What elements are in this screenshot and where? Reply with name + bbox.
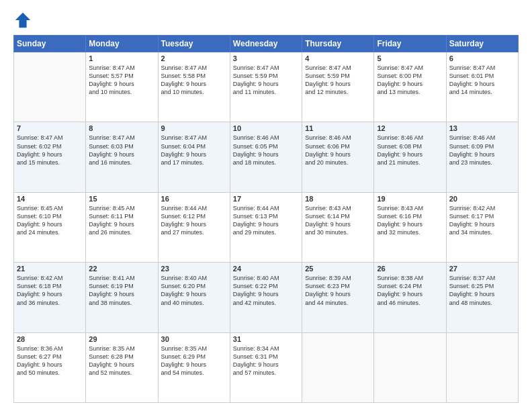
day-number: 17: [233, 195, 299, 203]
day-info: Sunrise: 8:38 AM Sunset: 6:24 PM Dayligh…: [377, 274, 443, 307]
calendar-cell: 27Sunrise: 8:37 AM Sunset: 6:25 PM Dayli…: [446, 263, 518, 332]
day-number: 21: [17, 265, 83, 273]
day-number: 25: [305, 265, 371, 273]
day-info: Sunrise: 8:34 AM Sunset: 6:31 PM Dayligh…: [233, 345, 299, 377]
calendar-week-row: 28Sunrise: 8:36 AM Sunset: 6:27 PM Dayli…: [14, 332, 519, 402]
calendar-cell: 20Sunrise: 8:42 AM Sunset: 6:17 PM Dayli…: [446, 192, 518, 262]
day-number: 3: [233, 54, 299, 62]
day-info: Sunrise: 8:43 AM Sunset: 6:14 PM Dayligh…: [305, 204, 371, 237]
day-number: 31: [233, 335, 299, 343]
day-number: 9: [161, 124, 227, 132]
day-info: Sunrise: 8:37 AM Sunset: 6:25 PM Dayligh…: [449, 274, 515, 307]
day-info: Sunrise: 8:47 AM Sunset: 5:57 PM Dayligh…: [89, 64, 154, 97]
calendar-cell: 16Sunrise: 8:44 AM Sunset: 6:12 PM Dayli…: [158, 192, 230, 262]
calendar-cell: 1Sunrise: 8:47 AM Sunset: 5:57 PM Daylig…: [86, 52, 158, 122]
day-number: 13: [449, 124, 515, 132]
day-info: Sunrise: 8:43 AM Sunset: 6:16 PM Dayligh…: [377, 204, 443, 237]
day-number: 24: [233, 265, 299, 273]
calendar-cell: 3Sunrise: 8:47 AM Sunset: 5:59 PM Daylig…: [230, 52, 302, 122]
calendar-cell: 2Sunrise: 8:47 AM Sunset: 5:58 PM Daylig…: [158, 52, 230, 122]
day-info: Sunrise: 8:47 AM Sunset: 6:03 PM Dayligh…: [89, 134, 154, 167]
calendar-cell: 14Sunrise: 8:45 AM Sunset: 6:10 PM Dayli…: [14, 192, 86, 262]
day-number: 23: [161, 265, 227, 273]
calendar-cell: 13Sunrise: 8:46 AM Sunset: 6:09 PM Dayli…: [446, 122, 518, 192]
calendar-cell: 22Sunrise: 8:41 AM Sunset: 6:19 PM Dayli…: [86, 263, 158, 332]
calendar-cell: 28Sunrise: 8:36 AM Sunset: 6:27 PM Dayli…: [14, 332, 86, 402]
calendar-week-row: 7Sunrise: 8:47 AM Sunset: 6:02 PM Daylig…: [14, 122, 519, 192]
day-number: 29: [89, 335, 154, 343]
day-number: 10: [233, 124, 299, 132]
calendar-cell: 21Sunrise: 8:42 AM Sunset: 6:18 PM Dayli…: [14, 263, 86, 332]
day-info: Sunrise: 8:47 AM Sunset: 5:59 PM Dayligh…: [305, 64, 371, 97]
calendar-table: SundayMondayTuesdayWednesdayThursdayFrid…: [13, 35, 519, 403]
day-number: 26: [377, 265, 443, 273]
day-number: 28: [17, 335, 83, 343]
calendar-cell: 18Sunrise: 8:43 AM Sunset: 6:14 PM Dayli…: [302, 192, 374, 262]
day-number: 18: [305, 195, 371, 203]
calendar-cell: [446, 332, 518, 402]
day-info: Sunrise: 8:35 AM Sunset: 6:29 PM Dayligh…: [161, 345, 227, 377]
day-info: Sunrise: 8:44 AM Sunset: 6:12 PM Dayligh…: [161, 204, 227, 237]
day-number: 22: [89, 265, 154, 273]
weekday-header-wednesday: Wednesday: [230, 36, 302, 52]
day-info: Sunrise: 8:45 AM Sunset: 6:10 PM Dayligh…: [17, 204, 83, 237]
day-info: Sunrise: 8:40 AM Sunset: 6:20 PM Dayligh…: [161, 274, 227, 307]
day-number: 6: [449, 54, 515, 62]
day-info: Sunrise: 8:41 AM Sunset: 6:19 PM Dayligh…: [89, 274, 154, 307]
day-info: Sunrise: 8:46 AM Sunset: 6:09 PM Dayligh…: [449, 134, 515, 167]
logo-icon: [13, 11, 32, 30]
day-number: 27: [449, 265, 515, 273]
day-number: 2: [161, 54, 227, 62]
day-number: 8: [89, 124, 154, 132]
day-number: 15: [89, 195, 154, 203]
calendar-cell: 4Sunrise: 8:47 AM Sunset: 5:59 PM Daylig…: [302, 52, 374, 122]
calendar-cell: 10Sunrise: 8:46 AM Sunset: 6:05 PM Dayli…: [230, 122, 302, 192]
calendar-cell: [14, 52, 86, 122]
calendar-cell: 5Sunrise: 8:47 AM Sunset: 6:00 PM Daylig…: [374, 52, 446, 122]
calendar-week-row: 14Sunrise: 8:45 AM Sunset: 6:10 PM Dayli…: [14, 192, 519, 262]
day-info: Sunrise: 8:46 AM Sunset: 6:05 PM Dayligh…: [233, 134, 299, 167]
calendar-cell: 23Sunrise: 8:40 AM Sunset: 6:20 PM Dayli…: [158, 263, 230, 332]
calendar-cell: 9Sunrise: 8:47 AM Sunset: 6:04 PM Daylig…: [158, 122, 230, 192]
weekday-header-friday: Friday: [374, 36, 446, 52]
calendar-week-row: 1Sunrise: 8:47 AM Sunset: 5:57 PM Daylig…: [14, 52, 519, 122]
weekday-header-thursday: Thursday: [302, 36, 374, 52]
day-info: Sunrise: 8:47 AM Sunset: 5:59 PM Dayligh…: [233, 64, 299, 97]
day-number: 14: [17, 195, 83, 203]
day-number: 19: [377, 195, 443, 203]
day-info: Sunrise: 8:47 AM Sunset: 6:01 PM Dayligh…: [449, 64, 515, 97]
day-number: 30: [161, 335, 227, 343]
calendar-cell: 19Sunrise: 8:43 AM Sunset: 6:16 PM Dayli…: [374, 192, 446, 262]
day-info: Sunrise: 8:47 AM Sunset: 6:00 PM Dayligh…: [377, 64, 443, 97]
page-header: [13, 11, 519, 30]
calendar-cell: [374, 332, 446, 402]
calendar-cell: 25Sunrise: 8:39 AM Sunset: 6:23 PM Dayli…: [302, 263, 374, 332]
day-number: 7: [17, 124, 83, 132]
day-number: 20: [449, 195, 515, 203]
day-info: Sunrise: 8:39 AM Sunset: 6:23 PM Dayligh…: [305, 274, 371, 307]
day-info: Sunrise: 8:45 AM Sunset: 6:11 PM Dayligh…: [89, 204, 154, 237]
day-info: Sunrise: 8:44 AM Sunset: 6:13 PM Dayligh…: [233, 204, 299, 237]
day-number: 1: [89, 54, 154, 62]
weekday-header-sunday: Sunday: [14, 36, 86, 52]
weekday-header-tuesday: Tuesday: [158, 36, 230, 52]
day-info: Sunrise: 8:46 AM Sunset: 6:06 PM Dayligh…: [305, 134, 371, 167]
calendar-cell: 8Sunrise: 8:47 AM Sunset: 6:03 PM Daylig…: [86, 122, 158, 192]
day-info: Sunrise: 8:36 AM Sunset: 6:27 PM Dayligh…: [17, 345, 83, 377]
day-number: 4: [305, 54, 371, 62]
day-info: Sunrise: 8:42 AM Sunset: 6:17 PM Dayligh…: [449, 204, 515, 237]
logo: [13, 11, 35, 30]
calendar-cell: [302, 332, 374, 402]
calendar-week-row: 21Sunrise: 8:42 AM Sunset: 6:18 PM Dayli…: [14, 263, 519, 332]
day-info: Sunrise: 8:47 AM Sunset: 6:04 PM Dayligh…: [161, 134, 227, 167]
weekday-header-row: SundayMondayTuesdayWednesdayThursdayFrid…: [14, 36, 519, 52]
weekday-header-saturday: Saturday: [446, 36, 518, 52]
day-number: 12: [377, 124, 443, 132]
day-info: Sunrise: 8:47 AM Sunset: 6:02 PM Dayligh…: [17, 134, 83, 167]
calendar-cell: 7Sunrise: 8:47 AM Sunset: 6:02 PM Daylig…: [14, 122, 86, 192]
day-number: 16: [161, 195, 227, 203]
day-info: Sunrise: 8:46 AM Sunset: 6:08 PM Dayligh…: [377, 134, 443, 167]
calendar-cell: 6Sunrise: 8:47 AM Sunset: 6:01 PM Daylig…: [446, 52, 518, 122]
day-info: Sunrise: 8:40 AM Sunset: 6:22 PM Dayligh…: [233, 274, 299, 307]
calendar-cell: 29Sunrise: 8:35 AM Sunset: 6:28 PM Dayli…: [86, 332, 158, 402]
